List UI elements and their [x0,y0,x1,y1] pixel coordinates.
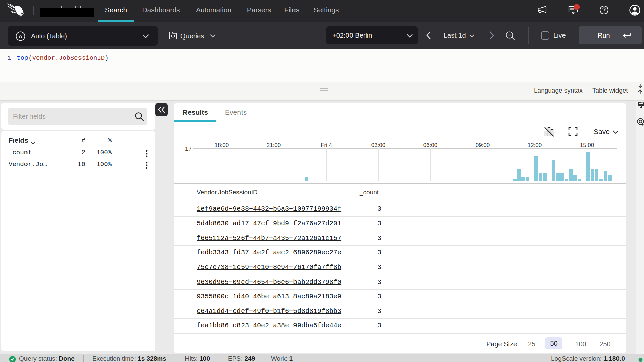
svg-text:A: A [19,33,22,39]
